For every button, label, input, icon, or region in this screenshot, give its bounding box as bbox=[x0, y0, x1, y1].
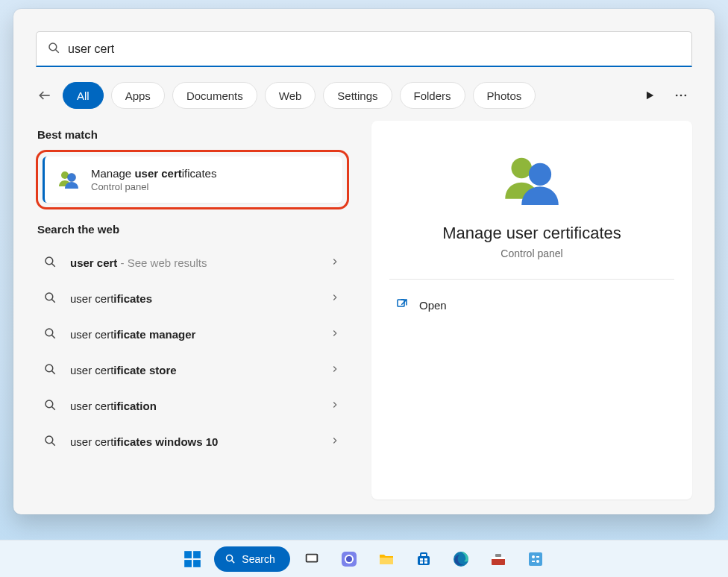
svg-rect-28 bbox=[184, 560, 192, 567]
svg-point-4 bbox=[676, 95, 678, 97]
svg-point-36 bbox=[346, 556, 352, 562]
search-icon bbox=[43, 291, 58, 306]
filter-pill-settings[interactable]: Settings bbox=[323, 82, 392, 109]
results-left-column: Best match Manage user bbox=[36, 121, 349, 499]
svg-line-17 bbox=[51, 371, 54, 373]
filter-pill-web[interactable]: Web bbox=[265, 82, 316, 109]
filter-pill-photos[interactable]: Photos bbox=[473, 82, 536, 109]
filter-pill-documents[interactable]: Documents bbox=[172, 82, 257, 109]
svg-line-31 bbox=[232, 561, 235, 564]
svg-line-19 bbox=[51, 406, 54, 409]
web-result-item[interactable]: user certificate manager bbox=[36, 316, 349, 352]
toolbox-app-icon[interactable] bbox=[483, 543, 514, 575]
chat-app-icon[interactable] bbox=[333, 543, 365, 575]
detail-subtitle: Control panel bbox=[501, 247, 562, 259]
more-options-button[interactable] bbox=[670, 84, 692, 107]
best-match-subtitle: Control panel bbox=[91, 181, 216, 192]
task-view-button[interactable] bbox=[296, 543, 327, 575]
svg-point-49 bbox=[532, 555, 535, 558]
svg-point-23 bbox=[529, 163, 551, 186]
svg-point-22 bbox=[512, 158, 533, 179]
svg-line-15 bbox=[51, 335, 54, 338]
annotation-highlight: Manage user certificates Control panel bbox=[36, 150, 349, 209]
search-icon bbox=[43, 255, 58, 270]
svg-point-18 bbox=[46, 400, 53, 408]
svg-point-30 bbox=[227, 555, 233, 561]
svg-point-10 bbox=[46, 257, 53, 265]
chevron-right-icon bbox=[330, 400, 342, 412]
detail-actions: Open bbox=[389, 287, 674, 324]
svg-point-5 bbox=[680, 95, 682, 97]
svg-line-13 bbox=[51, 299, 54, 302]
search-input[interactable] bbox=[68, 42, 681, 56]
search-web-header: Search the web bbox=[37, 223, 349, 236]
best-match-title: Manage user certificates bbox=[91, 167, 216, 180]
search-icon bbox=[43, 398, 58, 413]
edge-browser-icon[interactable] bbox=[445, 543, 477, 575]
results-body: Best match Manage user bbox=[13, 116, 715, 514]
filter-pill-all[interactable]: All bbox=[63, 82, 104, 109]
chevron-right-icon bbox=[330, 364, 342, 376]
taskbar-search-button[interactable]: Search bbox=[214, 546, 289, 572]
search-icon bbox=[43, 362, 58, 377]
web-result-text: user certificate manager bbox=[70, 328, 318, 341]
svg-rect-48 bbox=[529, 552, 542, 566]
web-result-item[interactable]: user certificates bbox=[36, 280, 349, 316]
svg-rect-43 bbox=[424, 561, 427, 564]
web-result-text: user certification bbox=[70, 400, 318, 412]
best-match-text: Manage user certificates Control panel bbox=[91, 167, 216, 192]
web-result-item[interactable]: user cert - See web results bbox=[36, 245, 349, 280]
chevron-right-icon bbox=[330, 256, 342, 268]
user-certificates-icon bbox=[57, 168, 81, 192]
filter-pills: AllAppsDocumentsWebSettingsFoldersPhotos bbox=[63, 82, 536, 109]
web-result-item[interactable]: user certification bbox=[36, 388, 349, 423]
store-app-icon[interactable] bbox=[408, 543, 439, 575]
svg-line-11 bbox=[51, 263, 54, 266]
web-result-text: user certificate store bbox=[70, 364, 318, 376]
svg-rect-46 bbox=[492, 557, 505, 559]
detail-pane: Manage user certificates Control panel O… bbox=[371, 121, 692, 499]
control-panel-app-icon[interactable] bbox=[520, 543, 551, 575]
play-button[interactable] bbox=[638, 84, 661, 107]
web-result-item[interactable]: user certificates windows 10 bbox=[36, 423, 349, 459]
filter-pill-apps[interactable]: Apps bbox=[111, 82, 165, 109]
svg-line-1 bbox=[55, 49, 58, 52]
svg-point-14 bbox=[46, 329, 53, 336]
svg-rect-41 bbox=[424, 558, 427, 561]
web-result-text: user certificates windows 10 bbox=[70, 435, 318, 448]
best-match-item[interactable]: Manage user certificates Control panel bbox=[43, 157, 342, 203]
svg-point-12 bbox=[46, 293, 53, 300]
start-button[interactable] bbox=[177, 543, 208, 575]
svg-marker-3 bbox=[647, 92, 653, 100]
web-result-text: user certificates bbox=[70, 292, 318, 305]
svg-rect-52 bbox=[536, 556, 539, 558]
svg-rect-40 bbox=[420, 558, 423, 561]
search-icon bbox=[43, 434, 58, 449]
back-button[interactable] bbox=[36, 86, 54, 104]
svg-point-50 bbox=[536, 560, 539, 563]
svg-point-6 bbox=[685, 95, 687, 97]
filter-row: AllAppsDocumentsWebSettingsFoldersPhotos bbox=[13, 67, 715, 116]
detail-divider bbox=[389, 279, 674, 280]
svg-point-20 bbox=[46, 436, 53, 444]
search-icon bbox=[43, 327, 58, 341]
web-result-item[interactable]: user certificate store bbox=[36, 352, 349, 388]
svg-rect-27 bbox=[193, 551, 201, 558]
svg-rect-51 bbox=[532, 561, 535, 562]
svg-point-16 bbox=[46, 365, 53, 372]
file-explorer-icon[interactable] bbox=[371, 543, 402, 575]
best-match-header: Best match bbox=[37, 128, 349, 141]
svg-rect-42 bbox=[420, 561, 423, 564]
taskbar-search-label: Search bbox=[242, 553, 274, 565]
svg-line-21 bbox=[51, 442, 54, 445]
detail-action-open[interactable]: Open bbox=[389, 287, 674, 324]
chevron-right-icon bbox=[330, 435, 342, 447]
search-panel: AllAppsDocumentsWebSettingsFoldersPhotos… bbox=[13, 9, 715, 514]
detail-user-certificates-icon bbox=[499, 148, 565, 213]
taskbar: Search bbox=[0, 540, 728, 577]
search-bar[interactable] bbox=[36, 31, 692, 67]
search-icon bbox=[47, 41, 60, 57]
detail-title: Manage user certificates bbox=[442, 224, 621, 243]
web-result-text: user cert - See web results bbox=[70, 256, 318, 269]
filter-pill-folders[interactable]: Folders bbox=[400, 82, 465, 109]
